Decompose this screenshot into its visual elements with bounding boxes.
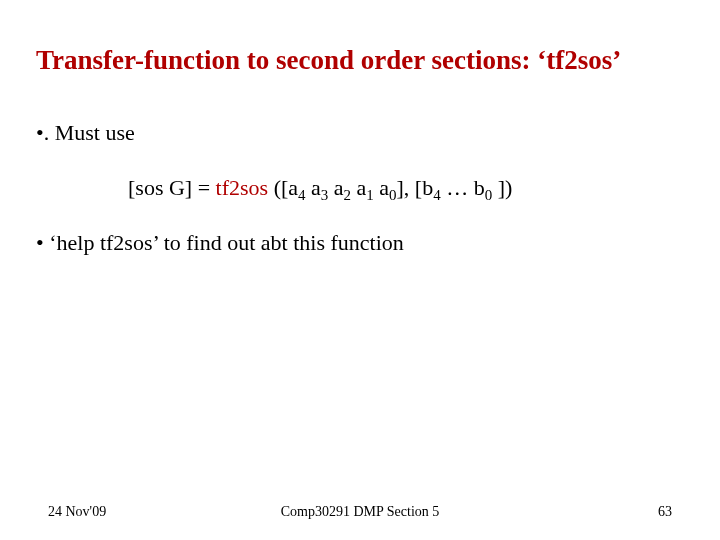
sub-a0: 0 xyxy=(389,187,396,203)
args-close: ]) xyxy=(492,175,512,200)
footer-page-number: 63 xyxy=(658,504,672,520)
function-name: tf2sos xyxy=(216,175,269,200)
slide-title: Transfer-function to second order sectio… xyxy=(36,44,684,78)
slide-footer: 24 Nov'09 Comp30291 DMP Section 5 63 xyxy=(0,504,720,520)
mid: ], [b xyxy=(397,175,434,200)
sub-a4: 4 xyxy=(298,187,305,203)
dots: … b xyxy=(441,175,485,200)
code-lhs: [sos G] = xyxy=(128,175,216,200)
sep3: a xyxy=(351,175,366,200)
sub-a1: 1 xyxy=(366,187,373,203)
footer-course: Comp30291 DMP Section 5 xyxy=(0,504,720,520)
args-open: ([a xyxy=(268,175,298,200)
code-line: [sos G] = tf2sos ([a4 a3 a2 a1 a0], [b4 … xyxy=(128,171,684,204)
sep2: a xyxy=(328,175,343,200)
sub-a2: 2 xyxy=(344,187,351,203)
sep1: a xyxy=(306,175,321,200)
sub-b4: 4 xyxy=(433,187,440,203)
bullet-help: • ‘help tf2sos’ to find out abt this fun… xyxy=(36,226,684,259)
sep4: a xyxy=(374,175,389,200)
bullet-must-use: •. Must use xyxy=(36,116,684,149)
footer-date: 24 Nov'09 xyxy=(48,504,106,520)
